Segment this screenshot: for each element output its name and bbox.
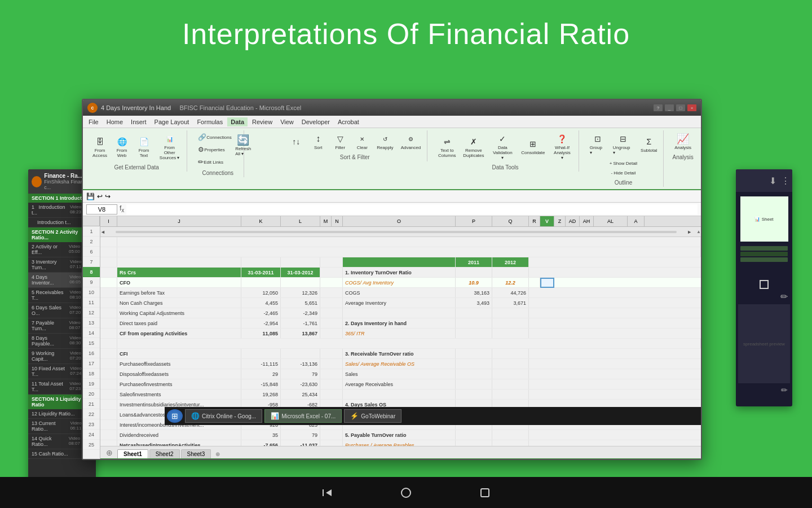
menu-home[interactable]: Home [103, 117, 126, 126]
undo-quick-btn[interactable]: ↩ [97, 192, 103, 200]
window-title: 4 Days Inventory In Hand BFISC Financial… [101, 104, 650, 111]
redo-quick-btn[interactable]: ↪ [105, 192, 111, 200]
ribbon-btn-remove-duplicates[interactable]: ✗ RemoveDuplicates [460, 134, 487, 160]
ribbon-btn-show-detail[interactable]: + Show Detail [607, 159, 640, 168]
consolidate-icon: ⊞ [527, 138, 539, 150]
maximize-icon[interactable]: □ [676, 104, 685, 111]
menu-developer[interactable]: Developer [298, 117, 333, 126]
menu-formulas[interactable]: Formulas [193, 117, 226, 126]
ribbon-btn-ungroup[interactable]: ⊟ Ungroup ▾ [610, 132, 636, 157]
row-9: Earnings before Tax 12,050 12,326 COGS 3… [100, 288, 701, 298]
ribbon-btn-edit-links[interactable]: ✏ Edit Links [195, 156, 240, 168]
taskbar-btn-webinar[interactable]: ⚡ GoToWebinar [344, 409, 401, 423]
ribbon-btn-from-text[interactable]: 📄 FromText [134, 134, 154, 160]
col-header-O: O [343, 216, 456, 226]
row-1 [100, 237, 701, 247]
row-19: Saleofinvestments 19,268 25,434 [100, 389, 701, 400]
formula-fx-label: fx [120, 204, 124, 213]
edit-links-icon: ✏ [198, 158, 204, 166]
from-other-icon: 📊 [164, 133, 175, 144]
start-button[interactable]: ⊞ [167, 409, 183, 423]
minimize-icon[interactable]: _ [665, 104, 674, 111]
ribbon-btn-what-if[interactable]: ❓ What-IfAnalysis ▾ [549, 132, 575, 162]
row-14 [100, 339, 701, 349]
formula-input[interactable] [126, 204, 698, 214]
ribbon-btn-consolidate[interactable]: ⊞ Consolidate [519, 137, 548, 157]
page-title: Interpretations Of Financial Ratio [0, 0, 812, 51]
home-button[interactable] [395, 481, 417, 504]
menu-data[interactable]: Data [227, 117, 248, 126]
validation-icon: ✓ [497, 133, 508, 144]
menu-file[interactable]: File [85, 117, 102, 126]
sort-az-icon: ↑↓ [290, 136, 302, 147]
close-icon[interactable]: × [687, 104, 696, 111]
ribbon-btn-text-to-columns[interactable]: ⇌ Text toColumns [435, 134, 458, 160]
row-15: CFI 3. Receivable TurnOver ratio [100, 349, 701, 359]
ribbon-group-outline: ⊡ Group ▾ ⊟ Ungroup ▾ Σ Subtotal + [584, 130, 664, 187]
from-web-icon: 🌐 [116, 136, 127, 147]
menu-acrobat[interactable]: Acrobat [334, 117, 363, 126]
col-header-V: V [540, 216, 554, 226]
ribbon-btn-clear[interactable]: ✕ Clear [352, 132, 372, 152]
ribbon-btn-hide-detail[interactable]: - Hide Detail [608, 169, 639, 177]
citrix-icon: 🌐 [191, 412, 200, 420]
menu-review[interactable]: Review [249, 117, 276, 126]
reapply-icon: ↺ [379, 133, 391, 144]
ribbon-btn-sort[interactable]: ↕ Sort [308, 132, 328, 152]
ribbon-btn-sort-az[interactable]: ↑↓ [286, 134, 306, 150]
taskbar-btn-citrix[interactable]: 🌐 Citrix Online - Goog... [185, 409, 262, 423]
ribbon-group-label-sort: Sort & Filter [340, 154, 370, 160]
col-header-P: P [456, 216, 492, 226]
row-2 [100, 247, 701, 257]
menu-page-layout[interactable]: Page Layout [151, 117, 193, 126]
col-header-Q: Q [492, 216, 529, 226]
webinar-icon: ⚡ [350, 412, 359, 420]
ribbon-btn-advanced[interactable]: ⚙ Advanced [398, 132, 424, 152]
row-13: CF from operating Activities 11,085 13,8… [100, 329, 701, 339]
col-header-R: R [529, 216, 540, 226]
svg-rect-3 [481, 489, 489, 497]
ribbon-group-label-analysis: Analysis [672, 154, 693, 160]
col-header-J: J [117, 216, 241, 226]
menu-view[interactable]: View [277, 117, 297, 126]
excel-icon: 📊 [271, 412, 279, 420]
ribbon-group-label-outline: Outline [615, 179, 633, 186]
ribbon-btn-group[interactable]: ⊡ Group ▾ [587, 132, 608, 157]
ribbon-btn-data-validation[interactable]: ✓ DataValidation ▾ [488, 132, 517, 162]
cell-reference-input[interactable] [86, 204, 117, 214]
excel-window: c 4 Days Inventory In Hand BFISC Financi… [82, 99, 702, 460]
recents-button[interactable] [474, 481, 496, 504]
quick-access-bar: 💾 ↩ ↪ [83, 190, 701, 203]
save-quick-btn[interactable]: 💾 [86, 192, 95, 200]
title-bar-controls: ? _ □ × [654, 104, 696, 111]
menu-insert[interactable]: Insert [127, 117, 150, 126]
sort-icon: ↕ [312, 133, 324, 144]
ribbon-btn-refresh-all[interactable]: 🔄 RefreshAll ▾ [232, 133, 254, 158]
ribbon-btn-reapply[interactable]: ↺ Reapply [374, 132, 396, 152]
android-nav-bar [0, 477, 812, 508]
analysis-icon: 📈 [677, 133, 689, 144]
taskbar: ⊞ 🌐 Citrix Online - Goog... 📊 Microsoft … [165, 407, 702, 425]
sidebar-logo [32, 176, 42, 187]
refresh-icon: 🔄 [237, 134, 249, 146]
back-button[interactable] [316, 481, 338, 504]
selected-cell-V8[interactable] [540, 278, 554, 288]
ribbon-btn-from-web[interactable]: 🌐 FromWeb [112, 134, 132, 160]
tab-sheet3[interactable]: Sheet3 [181, 449, 211, 458]
menu-bar: File Home Insert Page Layout Formulas Da… [83, 116, 701, 128]
ribbon-btn-filter[interactable]: ▽ Filter [330, 132, 350, 152]
taskbar-btn-excel[interactable]: 📊 Microsoft Excel - 07... [264, 409, 342, 423]
col-header-L: L [281, 216, 320, 226]
connections-icon: 🔗 [198, 133, 206, 141]
tab-sheet1[interactable]: Sheet1 [117, 449, 148, 458]
row-11: Working Capital Adjustments -2,465 -2,34… [100, 308, 701, 318]
tab-sheet2[interactable]: Sheet2 [149, 449, 180, 458]
ribbon-btn-from-access[interactable]: 🗄 FromAccess [90, 134, 110, 160]
insert-sheet-btn[interactable]: ⊕ [103, 447, 116, 458]
ungroup-icon: ⊟ [617, 133, 629, 144]
ribbon-btn-subtotal[interactable]: Σ Subtotal [638, 134, 660, 155]
ribbon-btn-analysis[interactable]: 📈 Analysis [672, 132, 694, 152]
sheet-tabs: ⊕ Sheet1 Sheet2 Sheet3 ⊕ [100, 446, 701, 458]
advanced-icon: ⚙ [405, 133, 416, 144]
ribbon-btn-from-other[interactable]: 📊 From OtherSources ▾ [156, 132, 183, 162]
